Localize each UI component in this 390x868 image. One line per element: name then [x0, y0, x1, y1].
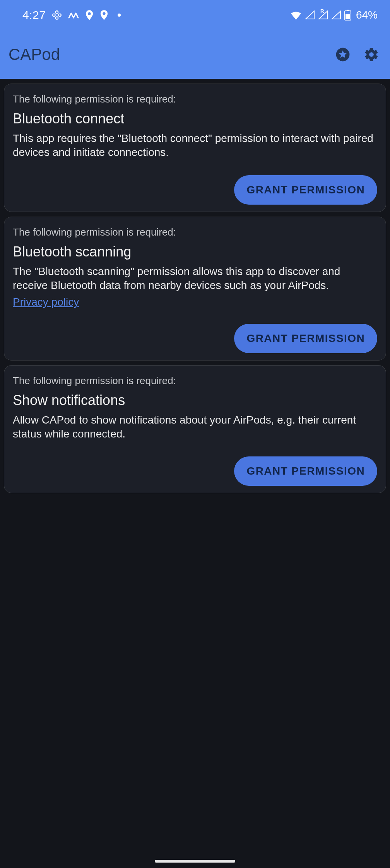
card-actions: GRANT PERMISSION [13, 456, 377, 486]
signal-r-icon: R [318, 10, 328, 20]
app-bar: CAPod [0, 30, 390, 79]
svg-point-0 [118, 14, 121, 17]
card-description: Allow CAPod to show notifications about … [13, 413, 377, 441]
grant-permission-button[interactable]: GRANT PERMISSION [234, 456, 377, 486]
star-button[interactable] [334, 46, 351, 63]
card-title: Show notifications [13, 392, 377, 408]
app-title: CAPod [9, 45, 60, 64]
status-left: 4:27 [22, 9, 121, 22]
zigzag-icon [68, 11, 79, 19]
grant-permission-button[interactable]: GRANT PERMISSION [234, 175, 377, 205]
star-circle-icon [335, 47, 350, 62]
svg-rect-3 [346, 14, 350, 19]
card-description: The "Bluetooth scanning" permission allo… [13, 265, 377, 293]
card-preamble: The following permission is required: [13, 226, 377, 238]
card-actions: GRANT PERMISSION [13, 175, 377, 205]
permission-card-show-notifications: The following permission is required: Sh… [4, 365, 386, 494]
location-pin-icon [100, 10, 108, 20]
card-preamble: The following permission is required: [13, 93, 377, 105]
permission-card-bluetooth-connect: The following permission is required: Bl… [4, 84, 386, 212]
home-indicator[interactable] [155, 860, 235, 863]
card-title: Bluetooth scanning [13, 244, 377, 260]
location-pin-icon [85, 10, 94, 20]
wifi-icon [290, 10, 302, 20]
settings-button[interactable] [363, 46, 380, 63]
status-bar: 4:27 [0, 0, 390, 30]
permission-card-bluetooth-scanning: The following permission is required: Bl… [4, 217, 386, 361]
signal-empty-icon [331, 10, 341, 20]
grant-permission-button[interactable]: GRANT PERMISSION [234, 324, 377, 353]
battery-percent: 64% [356, 9, 378, 21]
status-right: R 64% [290, 9, 378, 21]
app-actions [334, 46, 380, 63]
gear-icon [364, 47, 379, 62]
svg-rect-2 [347, 10, 349, 11]
signal-icon [305, 10, 315, 20]
card-actions: GRANT PERMISSION [13, 324, 377, 353]
dot-icon [118, 14, 121, 17]
pinwheel-icon [52, 10, 62, 20]
content: The following permission is required: Bl… [0, 79, 390, 502]
status-time: 4:27 [22, 9, 46, 22]
card-description: This app requires the "Bluetooth connect… [13, 132, 377, 160]
privacy-policy-link[interactable]: Privacy policy [13, 296, 79, 308]
battery-icon [344, 10, 351, 21]
card-title: Bluetooth connect [13, 111, 377, 127]
card-preamble: The following permission is required: [13, 375, 377, 387]
